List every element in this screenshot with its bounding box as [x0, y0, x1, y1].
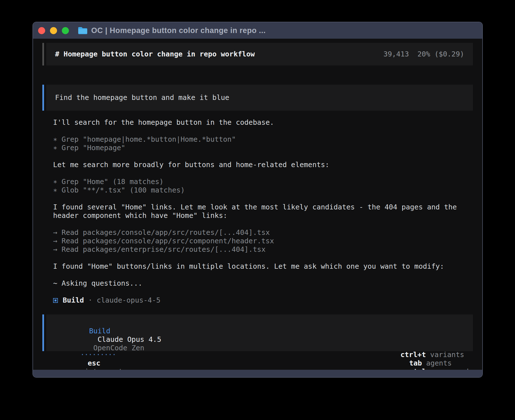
bottom-bar: [33, 370, 482, 377]
tool-call-grep-1: ∗ Grep "homepage|home.*button|Home.*butt…: [53, 135, 466, 144]
assistant-candidates: I found several "Home" links. Let me loo…: [53, 203, 466, 220]
zoom-button[interactable]: [62, 27, 69, 34]
minimize-button[interactable]: [50, 27, 57, 34]
session-stats: 39,41320% ($0.29): [383, 50, 464, 58]
window-title: OC | Homepage button color change in rep…: [91, 26, 266, 35]
model-line: Build Claude Opus 4.5 OpenCode Zen: [55, 318, 464, 361]
tool-call-glob-1: ∗ Glob "**/*.tsx" (100 matches): [53, 186, 466, 194]
interrupt-label: interrupt: [84, 368, 123, 370]
prompt-input[interactable]: Build Claude Opus 4.5 OpenCode Zen: [46, 314, 473, 351]
folder-icon: [78, 26, 88, 35]
commands-label: commands: [439, 368, 473, 370]
provider-label: OpenCode Zen: [93, 344, 144, 352]
terminal-window: OC | Homepage button color change in rep…: [32, 22, 483, 378]
close-button[interactable]: [38, 27, 45, 34]
session-title: # Homepage button color change in repo w…: [55, 50, 255, 58]
build-agent-icon: [53, 298, 58, 303]
assistant-ask: I found "Home" buttons/links in multiple…: [53, 262, 466, 271]
model-label: Claude Opus 4.5: [97, 335, 161, 344]
agent-separator: ·: [84, 296, 97, 305]
agent-model: claude-opus-4-5: [97, 296, 160, 305]
assistant-broaden: Let me search more broadly for buttons a…: [53, 161, 466, 169]
titlebar[interactable]: OC | Homepage button color change in rep…: [33, 22, 482, 39]
user-message: Find the homepage button and make it blu…: [46, 85, 473, 111]
session-view: # Homepage button color change in repo w…: [33, 39, 482, 370]
tool-call-grep-2: ∗ Grep "Homepage": [53, 144, 466, 152]
agent-name: Build: [63, 296, 84, 305]
tool-call-grep-3: ∗ Grep "Home" (18 matches): [53, 178, 466, 186]
session-header: # Homepage button color change in repo w…: [46, 43, 473, 65]
context-usage: 20% ($0.29): [417, 50, 464, 58]
user-message-text: Find the homepage button and make it blu…: [55, 93, 229, 102]
working-status: ~ Asking questions...: [53, 279, 466, 288]
tool-call-read-1: → Read packages/console/app/src/routes/[…: [53, 228, 466, 237]
commands-key: ctrl+p: [409, 368, 435, 370]
hint-commands: ctrl+pcommands: [409, 368, 473, 370]
tool-call-read-2: → Read packages/console/app/src/componen…: [53, 237, 466, 245]
assistant-response: I'll search for the homepage button in t…: [53, 118, 466, 305]
agent-label: Build: [89, 327, 110, 335]
assistant-intro: I'll search for the homepage button in t…: [53, 118, 466, 127]
agent-badge: Build · claude-opus-4-5: [53, 296, 466, 305]
token-count: 39,413: [383, 50, 409, 58]
tool-call-read-3: → Read packages/enterprise/src/routes/[.…: [53, 245, 466, 254]
